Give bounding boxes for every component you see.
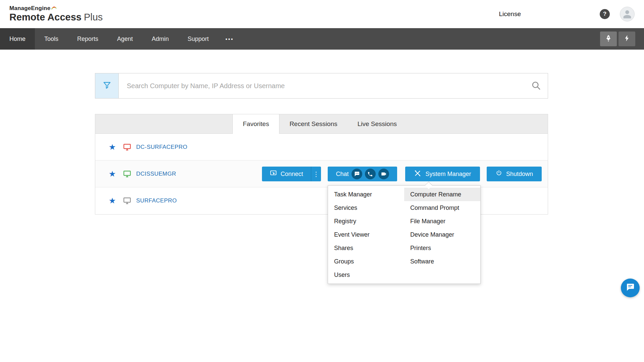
connect-button[interactable]: Connect ⋮: [262, 167, 321, 181]
sessions-tabbar: Favorites Recent Sessions Live Sessions: [95, 114, 548, 134]
computer-row: ★ DCISSUEMGR: [95, 161, 548, 187]
company-name: ManageEngine: [9, 5, 50, 12]
menu-item-services[interactable]: Services: [328, 201, 404, 215]
favorite-star[interactable]: ★: [109, 169, 120, 179]
logo-swoosh-icon: [51, 5, 57, 12]
menu-item-event-viewer[interactable]: Event Viewer: [328, 228, 404, 241]
computer-search-bar: [95, 73, 548, 99]
rocket-icon: [604, 34, 612, 44]
license-link[interactable]: License: [499, 10, 521, 18]
nav-item-tools[interactable]: Tools: [35, 28, 68, 50]
tab-live-sessions[interactable]: Live Sessions: [347, 114, 407, 133]
menu-item-file-manager[interactable]: File Manager: [404, 215, 480, 228]
quick-actions-button[interactable]: [619, 32, 635, 46]
nav-item-support[interactable]: Support: [178, 28, 218, 50]
computer-name-link[interactable]: SURFACEPRO: [136, 197, 177, 204]
page: ManageEngine Remote AccessPlus License ?: [0, 0, 644, 362]
nav-item-reports[interactable]: Reports: [68, 28, 108, 50]
voice-call-icon[interactable]: [365, 169, 376, 179]
search-icon: [531, 80, 541, 92]
monitor-icon: [123, 143, 131, 152]
menu-item-users[interactable]: Users: [328, 268, 404, 282]
app-header: ManageEngine Remote AccessPlus License ?: [0, 0, 644, 28]
menu-item-computer-rename[interactable]: Computer Rename: [404, 188, 480, 201]
nav-item-admin[interactable]: Admin: [142, 28, 178, 50]
menu-item-task-manager[interactable]: Task Manager: [328, 188, 404, 201]
monitor-icon: [123, 170, 131, 178]
app-logo: ManageEngine Remote AccessPlus: [9, 5, 103, 23]
chat-button-group[interactable]: Chat: [328, 167, 397, 181]
user-avatar[interactable]: [620, 7, 635, 21]
computer-name-link[interactable]: DC-SURFACEPRO: [136, 144, 187, 150]
quick-launch-button[interactable]: [600, 32, 617, 46]
menu-item-groups[interactable]: Groups: [328, 255, 404, 268]
chat-label: Chat: [336, 171, 348, 178]
favorite-star[interactable]: ★: [109, 196, 120, 205]
search-input[interactable]: [119, 73, 524, 98]
video-call-icon[interactable]: [378, 169, 389, 179]
tools-icon: [414, 170, 421, 179]
system-manager-button[interactable]: System Manager: [405, 167, 480, 181]
menu-item-registry[interactable]: Registry: [328, 215, 404, 228]
chat-bubble-icon[interactable]: [352, 169, 362, 179]
menu-item-command-prompt[interactable]: Command Prompt: [404, 201, 480, 215]
favorite-star[interactable]: ★: [109, 142, 120, 152]
nav-item-home[interactable]: Home: [0, 28, 35, 50]
filter-button[interactable]: [95, 73, 119, 98]
chat-fab-icon: [626, 283, 635, 293]
computer-row: ★ DC-SURFACEPRO: [95, 134, 548, 161]
support-chat-fab[interactable]: [621, 279, 640, 297]
monitor-icon: [123, 196, 131, 205]
computer-name-link[interactable]: DCISSUEMGR: [136, 171, 176, 177]
remote-connect-icon: [270, 170, 277, 179]
help-icon[interactable]: ?: [600, 9, 610, 19]
connect-more-button[interactable]: ⋮: [311, 167, 321, 181]
nav-item-agent[interactable]: Agent: [108, 28, 142, 50]
shutdown-button[interactable]: Shutdown: [487, 167, 542, 181]
menu-item-device-manager[interactable]: Device Manager: [404, 228, 480, 241]
lightning-icon: [623, 35, 631, 43]
menu-item-shares[interactable]: Shares: [328, 241, 404, 255]
power-icon: [495, 170, 502, 178]
tab-favorites[interactable]: Favorites: [232, 114, 279, 134]
nav-more-button[interactable]: •••: [218, 28, 241, 50]
product-name: Remote AccessPlus: [9, 12, 103, 23]
search-button[interactable]: [524, 73, 548, 98]
filter-icon: [102, 80, 112, 91]
menu-item-printers[interactable]: Printers: [404, 241, 480, 255]
system-manager-menu: Task Manager Services Registry Event Vie…: [328, 185, 481, 284]
tab-recent-sessions[interactable]: Recent Sessions: [279, 114, 347, 133]
menu-item-software[interactable]: Software: [404, 255, 480, 268]
main-nav: Home Tools Reports Agent Admin Support •…: [0, 28, 644, 50]
